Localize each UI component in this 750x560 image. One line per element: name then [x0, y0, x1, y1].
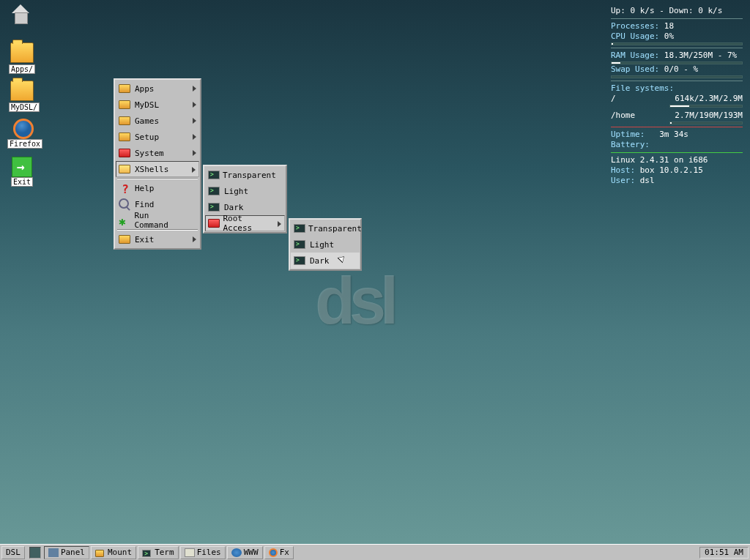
menu-dark[interactable]: Dark [205, 199, 285, 215]
fs-root-value: 614k/2.3M/2.9M [669, 94, 743, 104]
menu-exit[interactable]: Exit [116, 231, 199, 247]
menu-label: Light [224, 187, 248, 196]
menu-label: Find [135, 200, 155, 209]
menu-root-light[interactable]: Light [291, 236, 360, 253]
terminal-icon [208, 201, 221, 213]
fs-label: File systems: [611, 83, 743, 94]
run-icon: ✱ [119, 214, 131, 226]
menu-label: XShells [135, 165, 168, 174]
menu-transparent[interactable]: Transparent [205, 167, 285, 183]
cpu-bar [611, 42, 743, 45]
icon-label: MyDSL/ [9, 102, 40, 112]
www-button[interactable]: WWW [227, 546, 263, 559]
taskbar: DSL Panel Mount Term Files WWW Fx 01:51 … [0, 544, 750, 560]
folder-icon [10, 42, 34, 63]
menu-apps[interactable]: Apps [116, 81, 199, 97]
menu-root-access[interactable]: Root Access [205, 215, 285, 231]
menu-label: Light [310, 240, 334, 250]
dsl-wallpaper-logo: dsl [315, 264, 393, 339]
battery-label: Battery: [611, 140, 650, 149]
fs-root-mount: / [611, 94, 616, 108]
icon-label: Firefox [7, 139, 42, 149]
tb-label: Fx [280, 548, 289, 557]
ram-bar [611, 61, 743, 64]
swap-label: Swap Used: [611, 64, 659, 74]
main-context-menu: Apps MyDSL Games Setup System XShells ?H… [114, 78, 201, 250]
menu-xshells[interactable]: XShells [116, 161, 199, 177]
swap-value: 0/0 - % [664, 64, 698, 74]
firefox-icon [13, 119, 34, 139]
pager-workspace[interactable] [29, 547, 41, 559]
menu-label: Exit [135, 235, 155, 244]
firefox-icon [269, 548, 278, 557]
terminal-icon [294, 223, 305, 234]
menu-find[interactable]: Find [116, 196, 199, 212]
terminal-icon [208, 185, 221, 197]
fx-button[interactable]: Fx [264, 546, 294, 559]
mount-button[interactable]: Mount [91, 546, 136, 559]
uptime-label: Uptime: [611, 130, 645, 139]
menu-mydsl[interactable]: MyDSL [116, 97, 199, 113]
tb-label: WWW [244, 548, 259, 557]
processes-value: 18 [664, 21, 674, 31]
home-desktop-icon[interactable] [9, 4, 35, 25]
processes-label: Processes: [611, 21, 659, 31]
mount-icon [95, 548, 105, 557]
menu-light[interactable]: Light [205, 183, 285, 199]
menu-label: MyDSL [135, 100, 159, 110]
menu-separator [117, 178, 198, 179]
root-access-submenu: Transparent Light Dark [289, 218, 362, 271]
menu-help[interactable]: ?Help [116, 180, 199, 196]
fs-root-bar [669, 105, 743, 108]
terminal-icon [142, 548, 152, 557]
menu-system[interactable]: System [116, 145, 199, 161]
ram-value: 18.3M/250M - 7% [664, 51, 737, 60]
uptime-value: 3m 34s [659, 130, 688, 139]
house-icon [9, 4, 32, 25]
files-icon [185, 548, 195, 557]
folder-icon [10, 81, 34, 101]
term-button[interactable]: Term [138, 546, 179, 559]
xshells-submenu: Transparent Light Dark Root Access [203, 165, 287, 234]
fs-home-mount: /home [611, 111, 635, 124]
menu-label: Setup [135, 132, 159, 142]
menu-run-command[interactable]: ✱Run Command [116, 212, 199, 228]
panel-button[interactable]: Panel [44, 546, 89, 559]
tb-label: Panel [61, 548, 85, 557]
user-value: dsl [640, 176, 655, 185]
tb-label: Files [197, 548, 221, 557]
apps-desktop-icon[interactable]: Apps/ [9, 42, 35, 74]
fs-home-value: 2.7M/190M/193M [669, 111, 743, 121]
menu-root-dark[interactable]: Dark [291, 253, 360, 269]
taskbar-clock: 01:51 AM [699, 547, 749, 559]
menu-label: Games [135, 116, 159, 126]
menu-label: Transparent [223, 171, 276, 180]
menu-setup[interactable]: Setup [116, 129, 199, 145]
menu-label: Run Command [134, 211, 186, 230]
menu-label: Dark [224, 203, 244, 212]
menu-games[interactable]: Games [116, 113, 199, 129]
user-label: User: [611, 176, 635, 185]
icon-label: Exit [11, 177, 33, 187]
net-usage: Up: 0 k/s - Down: 0 k/s [611, 6, 743, 16]
clock-value: 01:51 AM [705, 548, 743, 557]
menu-label: Apps [135, 84, 155, 94]
fs-home-bar [669, 122, 743, 124]
kernel-info: Linux 2.4.31 on i686 [611, 155, 743, 165]
menu-root-transparent[interactable]: Transparent [291, 220, 360, 236]
start-button[interactable]: DSL [1, 546, 25, 559]
globe-icon [231, 548, 242, 557]
magnifier-icon [119, 198, 132, 210]
panel-icon [48, 548, 59, 557]
tb-label: Mount [108, 548, 132, 557]
firefox-desktop-icon[interactable]: Firefox [7, 119, 40, 149]
host-value: box 10.0.2.15 [640, 165, 703, 175]
mydsl-desktop-icon[interactable]: MyDSL/ [9, 81, 35, 112]
terminal-icon [294, 255, 307, 266]
terminal-icon [208, 169, 220, 181]
menu-label: System [135, 149, 164, 158]
host-label: Host: [611, 165, 635, 175]
exit-desktop-icon[interactable]: Exit [9, 157, 35, 187]
tb-label: Term [155, 548, 174, 557]
files-button[interactable]: Files [180, 546, 226, 559]
